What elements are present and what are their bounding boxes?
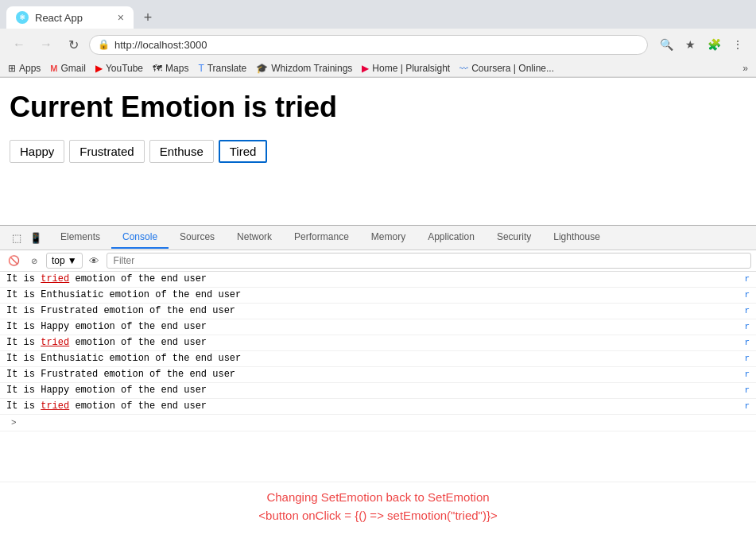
youtube-icon: ▶: [95, 63, 103, 74]
bookmark-pluralsight[interactable]: ▶ Home | Pluralsight: [362, 63, 450, 74]
console-line-file[interactable]: r: [744, 370, 750, 379]
apps-icon: ⊞: [8, 63, 16, 74]
console-line-text: It is Frustrated emotion of the end user: [6, 305, 744, 316]
bookmark-label: Home | Pluralsight: [372, 63, 450, 74]
bookmark-label: Maps: [165, 63, 188, 74]
more-icon[interactable]: ⋮: [727, 34, 748, 55]
console-line: It is tried emotion of the end user r: [0, 399, 756, 415]
emotion-buttons: Happy Frustrated Enthuse Tired: [10, 140, 746, 163]
tab-lighthouse[interactable]: Lighthouse: [542, 226, 611, 249]
bookmark-translate[interactable]: T Translate: [198, 63, 246, 74]
highlight-tried: tried: [41, 273, 69, 284]
tab-bar: ⚛ React App × +: [0, 0, 756, 29]
console-line-file[interactable]: r: [744, 401, 750, 411]
main-content: Current Emotion is tried Happy Frustrate…: [0, 78, 756, 225]
coursera-icon: 〰: [459, 64, 468, 73]
context-label: top: [52, 255, 65, 266]
bookmark-label: Whizdom Trainings: [271, 63, 352, 74]
console-line-file[interactable]: r: [744, 290, 750, 300]
whizdom-icon: 🎓: [256, 63, 268, 74]
tab-console[interactable]: Console: [111, 226, 169, 249]
eye-button[interactable]: 👁: [86, 252, 103, 269]
console-line: It is Frustrated emotion of the end user…: [0, 367, 756, 383]
tab-memory[interactable]: Memory: [360, 226, 417, 249]
tab-network[interactable]: Network: [226, 226, 283, 249]
highlight-tried: tried: [41, 337, 69, 348]
emotion-btn-tired[interactable]: Tired: [219, 140, 268, 163]
pluralsight-icon: ▶: [362, 63, 369, 74]
device-toolbar-icon[interactable]: 📱: [27, 229, 45, 246]
emotion-title: Current Emotion is tried: [10, 91, 746, 124]
close-tab-button[interactable]: ×: [118, 11, 124, 24]
inspect-element-icon[interactable]: ⬚: [8, 229, 25, 246]
search-icon[interactable]: 🔍: [656, 34, 677, 55]
bookmark-label: Translate: [207, 63, 247, 74]
bookmark-icon[interactable]: ★: [680, 34, 700, 55]
bookmark-youtube[interactable]: ▶ YouTube: [95, 63, 143, 74]
highlight-tried: tried: [41, 400, 69, 412]
maps-icon: 🗺: [153, 63, 162, 74]
console-line-text: It is tried emotion of the end user: [6, 337, 744, 348]
console-line-text: It is tried emotion of the end user: [6, 400, 744, 412]
translate-icon: T: [198, 63, 204, 74]
browser-tab-active[interactable]: ⚛ React App ×: [6, 6, 134, 29]
browser-toolbar-icons: 🔍 ★ 🧩 ⋮: [656, 34, 748, 55]
forward-button[interactable]: →: [35, 33, 57, 56]
bottom-annotation: Changing SetEmotion back to SetEmotion <…: [0, 482, 756, 531]
lock-icon: 🔒: [98, 39, 110, 50]
console-line: It is Happy emotion of the end user r: [0, 383, 756, 399]
console-line-file[interactable]: r: [744, 338, 750, 347]
devtools-icon-buttons: ⬚ 📱: [3, 226, 49, 250]
console-line-text: It is Happy emotion of the end user: [6, 385, 744, 396]
filter-input[interactable]: [107, 253, 751, 269]
console-line: It is tried emotion of the end user r: [0, 272, 756, 288]
console-line-file[interactable]: r: [744, 274, 750, 284]
tab-title: React App: [35, 12, 83, 24]
console-line-file[interactable]: r: [744, 385, 750, 395]
emotion-btn-enthuse[interactable]: Enthuse: [149, 140, 214, 163]
bookmark-label: YouTube: [106, 63, 143, 74]
browser-chrome: ⚛ React App × + ← → ↻ 🔒 http://localhost…: [0, 0, 756, 78]
tab-performance[interactable]: Performance: [283, 226, 360, 249]
context-selector[interactable]: top ▼: [46, 253, 83, 269]
emotion-btn-happy[interactable]: Happy: [10, 140, 64, 163]
console-line-text: It is Frustrated emotion of the end user: [6, 369, 744, 380]
expand-arrow[interactable]: >: [6, 416, 21, 429]
tab-elements[interactable]: Elements: [49, 226, 111, 249]
console-line: It is Enthusiatic emotion of the end use…: [0, 351, 756, 367]
tab-security[interactable]: Security: [486, 226, 542, 249]
bookmark-apps[interactable]: ⊞ Apps: [8, 63, 41, 74]
tab-favicon: ⚛: [16, 11, 29, 24]
reload-button[interactable]: ↻: [62, 33, 84, 56]
console-line-file[interactable]: r: [744, 322, 750, 331]
console-line: It is Frustrated emotion of the end user…: [0, 304, 756, 319]
console-line-file[interactable]: r: [744, 354, 750, 363]
console-line-text: It is Enthusiatic emotion of the end use…: [6, 289, 744, 300]
extensions-icon[interactable]: 🧩: [704, 34, 724, 55]
address-text: http://localhost:3000: [114, 39, 207, 51]
console-toolbar: 🚫 ⊘ top ▼ 👁: [0, 250, 756, 272]
tab-application[interactable]: Application: [417, 226, 486, 249]
console-expand-line: >: [0, 415, 756, 431]
address-input[interactable]: 🔒 http://localhost:3000: [89, 35, 648, 55]
bookmark-label: Coursera | Online...: [471, 63, 554, 74]
console-line-text: It is tried emotion of the end user: [6, 273, 744, 284]
bookmarks-overflow: »: [742, 63, 748, 74]
bookmark-gmail[interactable]: M Gmail: [50, 63, 86, 74]
bookmark-label: Apps: [19, 63, 41, 74]
console-line-file[interactable]: r: [744, 306, 750, 315]
bookmark-coursera[interactable]: 〰 Coursera | Online...: [459, 63, 554, 74]
emotion-btn-frustrated[interactable]: Frustrated: [69, 140, 144, 163]
devtools-panel: ⬚ 📱 Elements Console Sources Network Per…: [0, 225, 756, 531]
annotation-line1: Changing SetEmotion back to SetEmotion: [10, 489, 746, 507]
tab-sources[interactable]: Sources: [169, 226, 226, 249]
bookmark-whizdom[interactable]: 🎓 Whizdom Trainings: [256, 63, 352, 74]
bookmark-maps[interactable]: 🗺 Maps: [153, 63, 188, 74]
back-button[interactable]: ←: [8, 33, 30, 56]
clear-console-button[interactable]: 🚫: [5, 252, 22, 269]
console-line-text: It is Enthusiatic emotion of the end use…: [6, 353, 744, 364]
bookmarks-bar: ⊞ Apps M Gmail ▶ YouTube 🗺 Maps T Transl…: [0, 60, 756, 77]
preserve-log-button[interactable]: ⊘: [25, 252, 43, 269]
new-tab-button[interactable]: +: [137, 6, 159, 29]
console-output: It is tried emotion of the end user r It…: [0, 272, 756, 482]
